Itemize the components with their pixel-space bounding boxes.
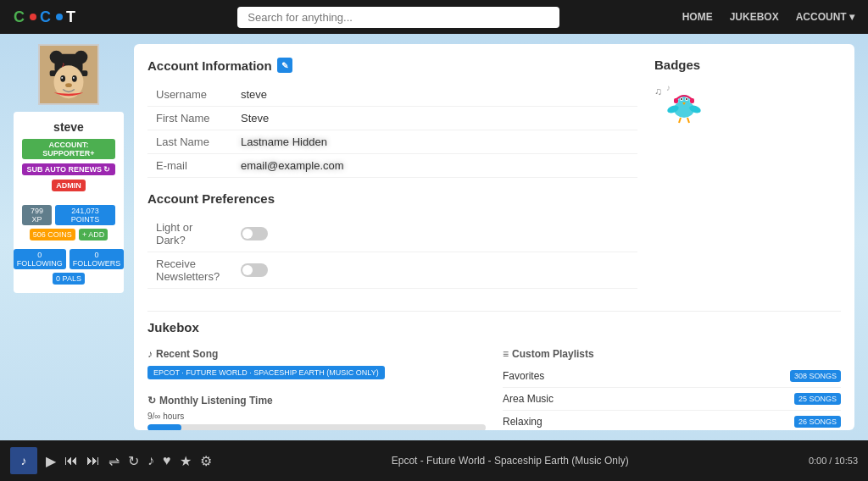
nav-account[interactable]: ACCOUNT ▾: [796, 11, 854, 23]
user-card: steve ACCOUNT: SUPPORTER+ SUB AUTO RENEW…: [14, 112, 124, 293]
prev-button[interactable]: ⏮: [64, 453, 78, 468]
logo-t: T: [66, 8, 77, 26]
svg-point-6: [60, 75, 65, 82]
recent-song-badge: EPCOT · FUTURE WORLD · SPACESHIP EARTH (…: [147, 366, 385, 379]
recent-song-title: ♪ Recent Song: [147, 348, 486, 360]
play-button[interactable]: ▶: [46, 453, 56, 469]
right-content: Account Information ✎ Username steve Fir…: [134, 44, 854, 430]
svg-line-22: [679, 118, 681, 123]
svg-line-23: [687, 118, 689, 123]
badges-section: Badges ♫ ♪: [654, 58, 841, 302]
pref-label: Receive Newsletters?: [147, 252, 232, 289]
table-row: Username steve: [147, 83, 637, 107]
following-badge[interactable]: 0 FOLLOWING: [14, 249, 66, 269]
nav-home[interactable]: HOME: [682, 11, 713, 23]
badges-title: Badges: [654, 58, 841, 72]
newsletter-toggle[interactable]: [241, 263, 268, 277]
listening-sublabel: 9/∞ hours: [147, 412, 486, 421]
field-value-username: steve: [232, 83, 637, 107]
section-divider: [147, 311, 841, 312]
search-input[interactable]: [237, 7, 559, 28]
edit-account-icon[interactable]: ✎: [277, 58, 292, 73]
logo-dot1: [30, 14, 36, 20]
svg-text:♫: ♫: [654, 86, 662, 97]
playlist-name: Favorites: [503, 370, 544, 382]
account-info-table: Username steve First Name Steve Last Nam…: [147, 83, 637, 178]
preference-row: Light or Dark?: [147, 216, 637, 252]
preferences-table: Light or Dark? Receive Newsletters?: [147, 216, 637, 289]
playlist-count: 25 SONGS: [794, 393, 841, 405]
svg-rect-25: [690, 98, 694, 103]
monthly-listening-title: ↻ Monthly Listening Time: [147, 395, 486, 406]
left-sidebar: ♪ steve ACCOUNT: SUPPORTER+ SUB AUTO REN…: [14, 44, 124, 430]
playlist-count: 26 SONGS: [794, 416, 841, 428]
jukebox-right: ≡ Custom Playlists Favorites 308 SONGS A…: [503, 348, 841, 430]
field-value-email: email@example.com: [232, 154, 637, 178]
svg-point-8: [61, 77, 63, 79]
heart-player-button[interactable]: ♥: [163, 453, 171, 468]
jukebox-title: Jukebox: [147, 320, 841, 334]
next-button[interactable]: ⏭: [86, 453, 100, 468]
playlist-name: Area Music: [503, 393, 554, 405]
time-display: 0:00 / 10:53: [809, 456, 858, 466]
pals-badge[interactable]: 0 PALS: [53, 273, 85, 285]
repeat-button[interactable]: ↻: [128, 453, 139, 469]
field-label: E-mail: [147, 154, 232, 178]
badge-supporter: ACCOUNT: SUPPORTER+: [22, 139, 115, 159]
playlist-name: Relaxing: [503, 416, 542, 428]
preference-row: Receive Newsletters?: [147, 252, 637, 289]
custom-playlists-title: ≡ Custom Playlists: [503, 348, 841, 360]
logo-dot2: [56, 14, 63, 20]
nav-jukebox[interactable]: JUKEBOX: [730, 11, 779, 23]
field-label: Last Name: [147, 130, 232, 154]
username: steve: [22, 120, 115, 134]
logo-c2: C: [40, 8, 53, 26]
svg-point-7: [72, 75, 77, 82]
listening-bar-fill: [147, 424, 181, 430]
main-content: ♪ steve ACCOUNT: SUPPORTER+ SUB AUTO REN…: [0, 34, 868, 440]
music-note-player: ♪: [21, 454, 27, 467]
svg-text:♪: ♪: [61, 60, 64, 69]
svg-point-4: [75, 51, 88, 64]
social-row: 0 FOLLOWING 0 FOLLOWERS: [22, 249, 115, 269]
svg-point-10: [65, 83, 72, 87]
settings-button[interactable]: ⚙: [200, 453, 212, 469]
playlist-row-favorites: Favorites 308 SONGS: [503, 365, 841, 388]
volume-button[interactable]: ♪: [147, 453, 154, 468]
table-row: First Name Steve: [147, 107, 637, 130]
playlist-row-relaxing: Relaxing 26 SONGS: [503, 411, 841, 430]
jukebox-left: ♪ Recent Song EPCOT · FUTURE WORLD · SPA…: [147, 348, 486, 430]
search-container: [115, 7, 682, 28]
field-value-firstname: Steve: [232, 107, 637, 130]
player-bar: ♪ ▶ ⏮ ⏭ ⇌ ↻ ♪ ♥ ★ ⚙ Epcot - Future World…: [0, 440, 868, 481]
coins-badge: 506 COINS: [30, 229, 75, 240]
album-art: ♪: [10, 447, 37, 474]
listening-bar: [147, 424, 486, 430]
field-label: First Name: [147, 107, 232, 130]
table-row: Last Name Lastname Hidden: [147, 130, 637, 154]
account-info-title: Account Information ✎: [147, 58, 637, 73]
pref-label: Light or Dark?: [147, 216, 232, 252]
playlist-count: 308 SONGS: [790, 370, 841, 382]
badge-sub[interactable]: SUB AUTO RENEWS ↻: [22, 163, 114, 175]
add-coins-button[interactable]: + ADD: [79, 229, 108, 240]
star-button[interactable]: ★: [180, 453, 192, 469]
avatar-container: ♪: [14, 44, 124, 105]
track-info: Epcot - Future World - Spaceship Earth (…: [220, 455, 800, 467]
svg-rect-24: [674, 98, 678, 103]
table-row: E-mail email@example.com: [147, 154, 637, 178]
logo: C C T: [14, 8, 115, 26]
xp-badge: 799 XP: [22, 205, 52, 225]
followers-badge[interactable]: 0 FOLLOWERS: [70, 249, 125, 269]
light-dark-toggle[interactable]: [241, 227, 268, 240]
nav-links: HOME JUKEBOX ACCOUNT ▾: [682, 11, 854, 23]
svg-point-18: [681, 98, 682, 100]
badge-admin: ADMIN: [52, 180, 86, 191]
player-controls: ▶ ⏮ ⏭ ⇌ ↻ ♪ ♥ ★ ⚙: [46, 453, 212, 469]
playlist-row-area-music: Area Music 25 SONGS: [503, 388, 841, 411]
listening-bar-bg: [147, 424, 486, 430]
pref-toggle-cell: [232, 252, 637, 289]
svg-text:♪: ♪: [666, 83, 670, 92]
svg-point-19: [686, 98, 687, 100]
shuffle-button[interactable]: ⇌: [108, 453, 120, 469]
